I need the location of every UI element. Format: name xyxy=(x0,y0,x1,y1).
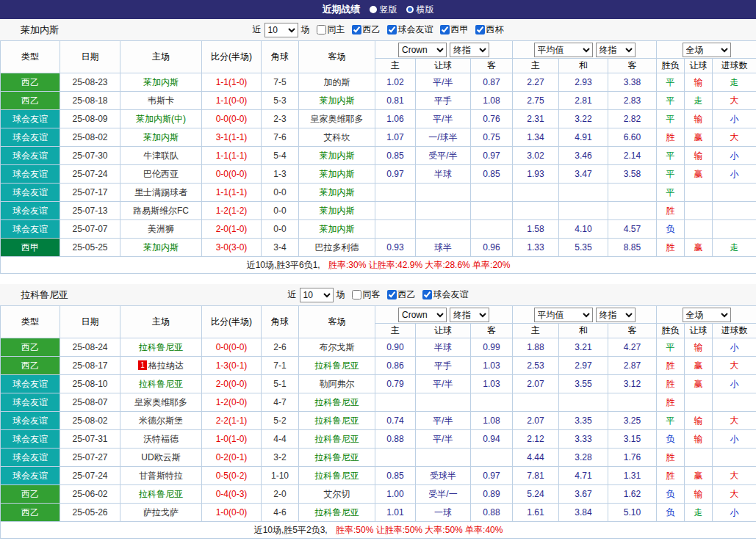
checkbox-input[interactable] xyxy=(317,25,326,35)
away-team-name[interactable]: 拉科鲁尼亚 xyxy=(315,452,359,462)
away-team-name[interactable]: 巴拉多利德 xyxy=(315,242,359,253)
score[interactable]: 0-2(0-1) xyxy=(202,449,262,467)
away-team-name[interactable]: 拉科鲁尼亚 xyxy=(315,415,359,426)
score[interactable]: 1-3(0-1) xyxy=(202,357,262,375)
home-team-name[interactable]: 莱加内斯(中) xyxy=(136,114,186,124)
score[interactable]: 1-1(0-0) xyxy=(202,92,262,110)
filter-checkbox-球会友谊[interactable]: 球会友谊 xyxy=(422,288,469,301)
checkbox-input[interactable] xyxy=(475,25,485,35)
away-team-name[interactable]: 莱加内斯 xyxy=(320,187,355,197)
home-team-name[interactable]: 萨拉戈萨 xyxy=(143,507,179,518)
home-team-name[interactable]: UD欧云斯 xyxy=(141,452,180,462)
bookmaker-select[interactable]: Crown xyxy=(398,308,447,322)
result-handicap xyxy=(685,202,713,220)
odds-type-select[interactable]: 终指 xyxy=(450,43,489,57)
summary-stats: 胜率:30% 让胜率:42.9% 大率:28.6% 单率:20% xyxy=(328,260,510,270)
checkbox-input[interactable] xyxy=(352,290,361,299)
sub-header: 让球 xyxy=(416,59,471,73)
avg-odds-type-select[interactable]: 终指 xyxy=(596,308,636,322)
checkbox-input[interactable] xyxy=(387,290,397,299)
away-team-name[interactable]: 布尔戈斯 xyxy=(320,342,355,352)
score[interactable]: 1-1(1-0) xyxy=(202,73,262,92)
recent-count-select[interactable]: 10 xyxy=(264,23,298,37)
home-team-name[interactable]: 牛津联队 xyxy=(143,150,179,161)
filter-checkbox-同客[interactable]: 同客 xyxy=(352,288,381,301)
away-team-name[interactable]: 艾尔切 xyxy=(324,489,350,499)
average-select[interactable]: 平均值 xyxy=(534,308,593,322)
away-team-name[interactable]: 拉科鲁尼亚 xyxy=(315,360,359,371)
score[interactable]: 1-2(1-2) xyxy=(202,202,262,220)
home-team-name[interactable]: 路易斯维尔FC xyxy=(133,206,189,216)
home-team-name[interactable]: 拉科鲁尼亚 xyxy=(139,379,183,389)
home-team-name[interactable]: 拉科鲁尼亚 xyxy=(139,342,183,352)
away-team-name[interactable]: 拉科鲁尼亚 xyxy=(315,471,359,481)
home-team-name[interactable]: 皇家奥维耶多 xyxy=(134,397,187,407)
away-team-name[interactable]: 加的斯 xyxy=(324,77,350,87)
away-team-name[interactable]: 莱加内斯 xyxy=(320,95,355,106)
odds-type-select[interactable]: 终指 xyxy=(450,308,489,322)
home-team-name[interactable]: 韦斯卡 xyxy=(148,95,174,106)
fulltime-select[interactable]: 全场 xyxy=(683,43,731,57)
checkbox-input[interactable] xyxy=(440,25,450,35)
checkbox-input[interactable] xyxy=(387,25,397,35)
average-select[interactable]: 平均值 xyxy=(534,43,593,57)
result-goals xyxy=(713,202,756,220)
home-team-name[interactable]: 沃特福德 xyxy=(143,434,179,444)
away-team-name[interactable]: 莱加内斯 xyxy=(320,150,355,161)
result-handicap xyxy=(685,184,713,202)
away-team-name[interactable]: 皇家奥维耶多 xyxy=(311,114,364,124)
home-team-name[interactable]: 美洲狮 xyxy=(148,224,174,234)
home-team-name[interactable]: 里士满踢球者 xyxy=(134,187,187,197)
home-team-name[interactable]: 莱加内斯 xyxy=(143,77,179,87)
home-team-name[interactable]: 格拉纳达 xyxy=(148,360,184,371)
away-team-name[interactable]: 勒阿弗尔 xyxy=(320,379,355,389)
score[interactable]: 2-2(1-1) xyxy=(202,412,262,430)
layout-option-vertical[interactable]: 竖版 xyxy=(370,4,397,16)
bookmaker-select[interactable]: Crown xyxy=(398,43,447,57)
away-team-name[interactable]: 拉科鲁尼亚 xyxy=(315,434,359,444)
checkbox-input[interactable] xyxy=(352,25,361,35)
away-team-name[interactable]: 莱加内斯 xyxy=(320,169,355,179)
away-team-name[interactable]: 艾科坎 xyxy=(324,132,350,142)
home-team-name[interactable]: 莱加内斯 xyxy=(143,242,179,253)
score[interactable]: 1-1(1-1) xyxy=(202,147,262,165)
away-team-name[interactable]: 莱加内斯 xyxy=(320,224,355,234)
filter-checkbox-西杯[interactable]: 西杯 xyxy=(475,23,504,36)
score[interactable]: 1-0(0-0) xyxy=(202,504,262,522)
result-outcome: 胜 xyxy=(657,357,685,375)
away-team-name[interactable]: 拉科鲁尼亚 xyxy=(315,507,359,518)
score[interactable]: 0-5(0-2) xyxy=(202,467,262,485)
recent-count-select[interactable]: 10 xyxy=(300,288,334,302)
score[interactable]: 0-0(0-0) xyxy=(202,338,262,357)
away-team-name[interactable]: 莱加内斯 xyxy=(320,206,355,216)
score[interactable]: 0-4(0-3) xyxy=(202,485,262,504)
home-team-name[interactable]: 甘普斯特拉 xyxy=(139,471,183,481)
filter-checkbox-西甲[interactable]: 西甲 xyxy=(440,23,469,36)
result-outcome: 胜 xyxy=(657,375,685,393)
score[interactable]: 3-0(3-0) xyxy=(202,239,262,257)
odds-away: 0.99 xyxy=(471,338,513,357)
radio-selected-icon[interactable] xyxy=(406,6,414,13)
score[interactable]: 3-1(1-1) xyxy=(202,128,262,147)
layout-option-horizontal[interactable]: 横版 xyxy=(406,4,434,16)
home-team-name[interactable]: 莱加内斯 xyxy=(143,132,179,142)
score[interactable]: 1-2(0-0) xyxy=(202,393,262,412)
avg-odds-type-select[interactable]: 终指 xyxy=(596,43,636,57)
filter-checkbox-球会友谊[interactable]: 球会友谊 xyxy=(387,23,433,36)
score[interactable]: 1-1(1-1) xyxy=(202,184,262,202)
checkbox-input[interactable] xyxy=(422,290,432,299)
filter-checkbox-西乙[interactable]: 西乙 xyxy=(387,288,416,301)
home-team-name[interactable]: 拉科鲁尼亚 xyxy=(139,489,183,499)
away-team-name[interactable]: 拉科鲁尼亚 xyxy=(315,397,359,407)
score[interactable]: 0-0(0-0) xyxy=(202,165,262,184)
score[interactable]: 0-0(0-0) xyxy=(202,110,262,128)
home-team-name[interactable]: 米德尔斯堡 xyxy=(139,415,183,426)
home-team-name[interactable]: 巴伦西亚 xyxy=(143,169,179,179)
filter-checkbox-同主[interactable]: 同主 xyxy=(317,23,345,36)
score[interactable]: 2-0(1-0) xyxy=(202,220,262,239)
radio-unselected-icon[interactable] xyxy=(370,6,377,13)
score[interactable]: 2-0(0-0) xyxy=(202,375,262,393)
filter-checkbox-西乙[interactable]: 西乙 xyxy=(352,23,381,36)
fulltime-select[interactable]: 全场 xyxy=(683,308,731,322)
score[interactable]: 1-0(1-0) xyxy=(202,430,262,449)
